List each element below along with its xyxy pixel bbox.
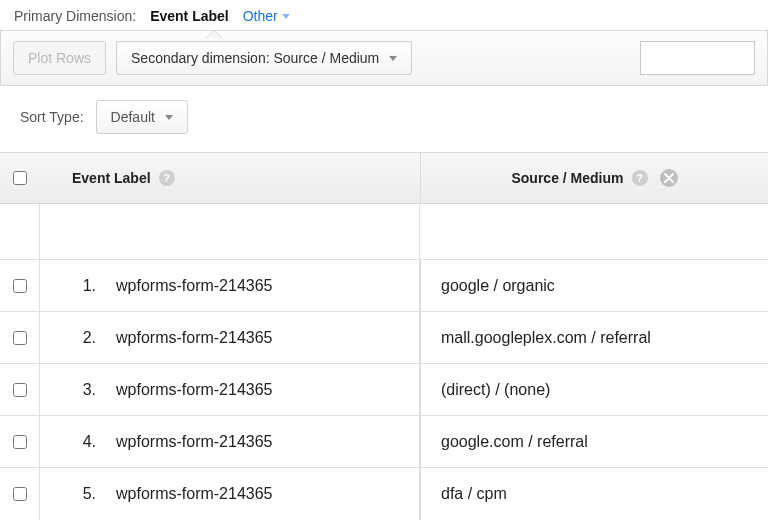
primary-dimension-label: Primary Dimension:: [14, 8, 136, 24]
table-row: 4.wpforms-form-214365google.com / referr…: [0, 416, 768, 468]
data-table: Event Label ? Source / Medium ? 1.wpform…: [0, 152, 768, 520]
table-row: 3.wpforms-form-214365(direct) / (none): [0, 364, 768, 416]
secondary-dimension-dropdown[interactable]: Secondary dimension: Source / Medium: [116, 41, 412, 75]
row-event-label[interactable]: wpforms-form-214365: [116, 485, 273, 503]
row-source-medium[interactable]: mall.googleplex.com / referral: [441, 329, 651, 347]
row-checkbox[interactable]: [13, 331, 27, 345]
row-checkbox[interactable]: [13, 383, 27, 397]
remove-dimension-button[interactable]: [660, 169, 678, 187]
header-source-medium[interactable]: Source / Medium ?: [420, 153, 768, 203]
search-input[interactable]: [640, 41, 755, 75]
row-event-label-cell: 1.wpforms-form-214365: [40, 260, 420, 311]
row-event-label[interactable]: wpforms-form-214365: [116, 433, 273, 451]
row-source-medium[interactable]: dfa / cpm: [441, 485, 507, 503]
row-check-cell: [0, 260, 40, 311]
row-index: 1.: [72, 277, 108, 295]
row-source-medium-cell: google / organic: [420, 260, 768, 311]
row-source-medium[interactable]: google.com / referral: [441, 433, 588, 451]
row-index: 4.: [72, 433, 108, 451]
header-event-label[interactable]: Event Label ?: [40, 170, 420, 186]
row-event-label-cell: 2.wpforms-form-214365: [40, 312, 420, 363]
row-check-cell: [0, 468, 40, 520]
secondary-dimension-label: Secondary dimension: Source / Medium: [131, 50, 379, 66]
primary-dimension-other[interactable]: Other: [243, 8, 290, 24]
toolbar: Plot Rows Secondary dimension: Source / …: [0, 30, 768, 86]
select-all-cell: [0, 171, 40, 185]
sort-row: Sort Type: Default: [0, 86, 768, 152]
table-header-row: Event Label ? Source / Medium ?: [0, 152, 768, 204]
sort-type-dropdown[interactable]: Default: [96, 100, 188, 134]
row-event-label[interactable]: wpforms-form-214365: [116, 277, 273, 295]
row-event-label-cell: 4.wpforms-form-214365: [40, 416, 420, 467]
chevron-down-icon: [165, 115, 173, 120]
table-row: 1.wpforms-form-214365google / organic: [0, 260, 768, 312]
chevron-down-icon: [282, 14, 290, 19]
close-icon: [664, 173, 674, 183]
row-source-medium-cell: google.com / referral: [420, 416, 768, 467]
row-source-medium-cell: dfa / cpm: [420, 468, 768, 520]
row-source-medium[interactable]: google / organic: [441, 277, 555, 295]
select-all-checkbox[interactable]: [13, 171, 27, 185]
row-source-medium-cell: (direct) / (none): [420, 364, 768, 415]
row-checkbox[interactable]: [13, 487, 27, 501]
row-event-label-cell: 3.wpforms-form-214365: [40, 364, 420, 415]
header-source-medium-text: Source / Medium: [511, 170, 623, 186]
row-event-label-cell: 5.wpforms-form-214365: [40, 468, 420, 520]
table-row: 2.wpforms-form-214365mall.googleplex.com…: [0, 312, 768, 364]
row-index: 2.: [72, 329, 108, 347]
row-index: 5.: [72, 485, 108, 503]
row-checkbox[interactable]: [13, 435, 27, 449]
row-check-cell: [0, 312, 40, 363]
sort-type-value: Default: [111, 109, 155, 125]
plot-rows-button[interactable]: Plot Rows: [13, 41, 106, 75]
row-source-medium-cell: mall.googleplex.com / referral: [420, 312, 768, 363]
row-check-cell: [0, 416, 40, 467]
help-icon[interactable]: ?: [632, 170, 648, 186]
chevron-down-icon: [389, 56, 397, 61]
row-event-label[interactable]: wpforms-form-214365: [116, 329, 273, 347]
table-row: 5.wpforms-form-214365dfa / cpm: [0, 468, 768, 520]
row-check-cell: [0, 364, 40, 415]
summary-row: [0, 204, 768, 260]
primary-dimension-active[interactable]: Event Label: [150, 8, 229, 24]
row-source-medium[interactable]: (direct) / (none): [441, 381, 550, 399]
row-event-label[interactable]: wpforms-form-214365: [116, 381, 273, 399]
row-checkbox[interactable]: [13, 279, 27, 293]
primary-dimension-row: Primary Dimension: Event Label Other: [0, 0, 768, 30]
help-icon[interactable]: ?: [159, 170, 175, 186]
other-label: Other: [243, 8, 278, 24]
header-event-label-text: Event Label: [72, 170, 151, 186]
sort-type-label: Sort Type:: [20, 109, 84, 125]
row-index: 3.: [72, 381, 108, 399]
active-tab-notch-icon: [206, 30, 222, 38]
